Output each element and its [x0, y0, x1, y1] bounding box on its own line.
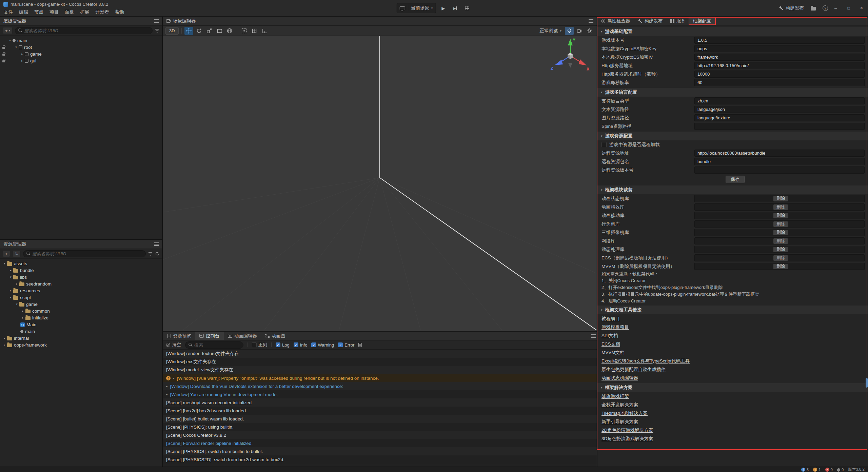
assets-search-input[interactable] — [32, 251, 142, 256]
panel-menu-icon[interactable] — [589, 19, 593, 23]
tab-animation-graph[interactable]: 动画图 — [261, 332, 290, 340]
log-row[interactable]: [Scene] [PHYSICS2D]: switch from box2d-w… — [163, 455, 597, 464]
asset-node-internal[interactable]: internal — [0, 335, 162, 341]
hierarchy-search-input[interactable] — [24, 28, 149, 33]
dimension-toggle-button[interactable]: 3D — [165, 27, 179, 35]
panel-menu-icon[interactable] — [154, 19, 159, 23]
filter-icon[interactable] — [148, 252, 153, 256]
maximize-button[interactable] — [842, 0, 855, 16]
menu-help[interactable]: 帮助 — [112, 8, 127, 16]
expand-arrow-icon[interactable] — [14, 302, 19, 306]
expand-arrow-icon[interactable] — [20, 309, 25, 313]
expand-arrow-icon[interactable] — [2, 262, 7, 265]
expand-arrow-icon[interactable] — [8, 269, 13, 272]
menu-extension[interactable]: 扩展 — [77, 8, 92, 16]
crypto-key-input[interactable] — [694, 45, 865, 52]
help-icon[interactable] — [823, 5, 828, 11]
expand-arrow-icon[interactable] — [20, 316, 25, 319]
expand-arrow-icon[interactable] — [14, 45, 19, 49]
clear-console-button[interactable]: 清空 — [166, 342, 181, 348]
refresh-icon[interactable] — [155, 252, 159, 256]
sort-assets-button[interactable] — [13, 250, 21, 257]
delete-button[interactable]: 删除 — [773, 204, 788, 210]
solution-link[interactable]: 全栈开发解决方案 — [601, 402, 638, 408]
language-json-path-input[interactable] — [694, 106, 865, 113]
expand-arrow-icon[interactable] — [20, 59, 25, 62]
doc-link[interactable]: API文档 — [601, 333, 618, 339]
expand-arrow-icon[interactable] — [20, 52, 25, 56]
expand-arrow-icon[interactable] — [2, 336, 7, 340]
scene-light-toggle[interactable] — [565, 27, 574, 35]
doc-link[interactable]: ECS文档 — [601, 341, 620, 347]
tab-animation-editor[interactable]: 动画编辑器 — [224, 332, 261, 340]
game-version-input[interactable] — [694, 37, 865, 44]
language-types-input[interactable] — [694, 97, 865, 104]
section-header-base[interactable]: 游戏基础配置 — [597, 27, 868, 36]
log-row-warning[interactable]: [Window] [Vue warn]: Property "onInput" … — [163, 374, 597, 382]
step-button[interactable] — [451, 4, 459, 13]
doc-link[interactable]: Excel格式转Json文件与TypeScript代码工具 — [601, 358, 690, 364]
log-row[interactable]: [Scene] Cocos Creator v3.8.2 — [163, 431, 597, 439]
tab-framework-config[interactable]: 框架配置 — [689, 17, 715, 25]
doc-link[interactable]: 教程项目 — [601, 316, 620, 322]
http-timeout-input[interactable] — [694, 71, 865, 78]
asset-node-oops-framework[interactable]: oops-framework — [0, 341, 162, 348]
doc-link[interactable]: 动画状态机编辑器 — [601, 375, 638, 381]
expand-arrow-icon[interactable] — [7, 39, 13, 42]
status-log-count[interactable]: 3 — [801, 468, 809, 472]
scene-selector-dropdown[interactable]: 当前场景 — [411, 5, 433, 11]
export-log-icon[interactable] — [358, 343, 362, 347]
preview-platform-icon[interactable] — [400, 6, 405, 10]
spine-path-input[interactable] — [694, 123, 865, 130]
asset-node-common[interactable]: common — [0, 308, 162, 314]
remote-version-input[interactable] — [694, 166, 865, 174]
menu-edit[interactable]: 编辑 — [16, 8, 31, 16]
lock-icon[interactable] — [2, 47, 5, 49]
delete-button[interactable]: 删除 — [773, 255, 788, 261]
expand-arrow-icon[interactable] — [8, 289, 13, 292]
save-button[interactable]: 保存 — [726, 176, 745, 183]
filter-info-checkbox[interactable]: Info — [294, 342, 308, 348]
log-row[interactable]: [Window] model_view文件夹存在 — [163, 366, 597, 374]
expand-arrow-icon[interactable] — [8, 296, 13, 299]
delete-button[interactable]: 删除 — [773, 247, 788, 252]
move-tool-button[interactable] — [184, 27, 193, 35]
rotate-tool-button[interactable] — [195, 27, 203, 35]
asset-node-initialize[interactable]: initialize — [0, 314, 162, 321]
log-row[interactable]: [Scene] [PHYSICS]: switch from builtin t… — [163, 447, 597, 455]
tree-node-gui[interactable]: gui — [0, 57, 162, 64]
section-header-solutions[interactable]: 框架解决方案 — [597, 383, 868, 392]
lock-icon[interactable] — [2, 60, 5, 62]
open-project-folder-icon[interactable] — [811, 7, 816, 11]
delete-button[interactable]: 删除 — [773, 221, 788, 227]
log-row[interactable]: [Scene] [PHYSICS]: using builtin. — [163, 423, 597, 431]
expand-arrow-icon[interactable] — [8, 275, 13, 279]
asset-node-resources[interactable]: resources — [0, 287, 162, 294]
view-mode-dropdown[interactable]: 正常浏览 — [539, 28, 561, 34]
console-search-input[interactable] — [194, 342, 240, 348]
close-button[interactable] — [855, 0, 868, 16]
rect-tool-button[interactable] — [215, 27, 224, 35]
delete-button[interactable]: 删除 — [773, 238, 788, 244]
status-notification-count[interactable]: 0 — [837, 468, 844, 472]
pivot-toggle-button[interactable] — [240, 27, 249, 35]
log-row-info[interactable]: [Scene] Forward render pipeline initiali… — [163, 439, 597, 447]
expand-arrow-icon[interactable] — [166, 385, 168, 388]
delete-button[interactable]: 删除 — [773, 196, 788, 201]
expand-arrow-icon[interactable] — [166, 393, 168, 396]
asset-node-main-scene[interactable]: main — [0, 328, 162, 335]
menu-file[interactable]: 文件 — [1, 8, 16, 16]
http-server-input[interactable] — [694, 62, 865, 69]
asset-node-libs[interactable]: libs — [0, 274, 162, 280]
panel-menu-icon[interactable] — [591, 334, 596, 338]
log-row-info[interactable]: [Window] You are running Vue in developm… — [163, 390, 597, 398]
doc-link[interactable]: 游戏模板项目 — [601, 324, 629, 330]
asset-node-assets[interactable]: assets — [0, 260, 162, 267]
solution-link[interactable]: 新手引导解决方案 — [601, 419, 638, 425]
tree-node-root[interactable]: root — [0, 44, 162, 51]
log-row[interactable]: [Window] ecs文件夹存在 — [163, 358, 597, 366]
log-row[interactable]: [Window] render_texture文件夹存在 — [163, 350, 597, 358]
preview-window-button[interactable] — [462, 4, 471, 13]
play-button[interactable] — [439, 4, 448, 13]
log-row[interactable]: [Scene] [box2d]:box2d wasm lib loaded. — [163, 407, 597, 415]
